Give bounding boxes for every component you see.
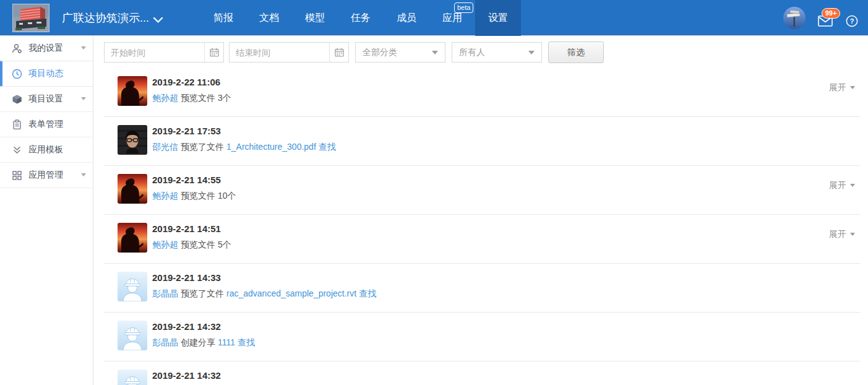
action-text: 预览文件 5个 bbox=[181, 240, 231, 249]
end-time-field bbox=[229, 42, 349, 63]
user-link[interactable]: 邵光信 bbox=[152, 142, 178, 152]
sidebar-item-form-management[interactable]: 表单管理 bbox=[0, 112, 93, 137]
worker-avatar bbox=[118, 321, 147, 350]
calendar-icon[interactable] bbox=[329, 43, 348, 62]
nav-tab-apps[interactable]: 应用 beta bbox=[429, 0, 475, 36]
activity-row: 2019-2-21 17:53 邵光信预览了文件1_Architecture_3… bbox=[93, 117, 868, 166]
sidebar-item-project-settings[interactable]: 项目设置 bbox=[0, 87, 93, 112]
share-link[interactable]: 1111 bbox=[218, 337, 235, 347]
nav-tab-label: 设置 bbox=[488, 12, 508, 23]
action-text: 预览文件 3个 bbox=[181, 93, 231, 103]
sidebar-item-project-activity[interactable]: 项目动态 bbox=[0, 61, 93, 87]
activity-timestamp: 2019-2-21 14:32 bbox=[152, 320, 868, 333]
filter-bar: 全部分类 所有人 筛选 bbox=[93, 36, 868, 68]
activity-timestamp: 2019-2-22 11:06 bbox=[152, 76, 868, 89]
activity-timestamp: 2019-2-21 14:55 bbox=[152, 173, 868, 186]
category-select-value: 全部分类 bbox=[363, 47, 397, 58]
user-link[interactable]: 鲍孙超 bbox=[152, 191, 178, 201]
chevron-down-icon bbox=[850, 184, 855, 187]
expand-toggle[interactable]: 展开 bbox=[829, 229, 855, 240]
account-avatar[interactable] bbox=[783, 7, 806, 29]
chevron-down-icon bbox=[528, 51, 535, 54]
main-content: 全部分类 所有人 筛选 2019-2-22 11:06 鲍孙超预览文件 3个 展… bbox=[93, 36, 868, 385]
action-text: 预览了文件 bbox=[181, 288, 224, 298]
svg-text:?: ? bbox=[850, 17, 854, 25]
nav-tab-models[interactable]: 模型 bbox=[292, 0, 338, 36]
activity-description: 鲍孙超预览文件 5个 bbox=[152, 238, 868, 251]
nav-tab-tasks[interactable]: 任务 bbox=[338, 0, 384, 36]
nav-tab-settings[interactable]: 设置 bbox=[475, 0, 521, 36]
notification-badge: 99+ bbox=[822, 8, 840, 19]
settings-sidebar: 我的设置 项目动态 项目设置 表单管理 应用模板 应用管理 bbox=[0, 36, 93, 385]
sunset-avatar bbox=[118, 76, 147, 106]
person-select[interactable]: 所有人 bbox=[452, 42, 542, 63]
find-link[interactable]: 查找 bbox=[359, 288, 376, 298]
expand-toggle[interactable]: 展开 bbox=[829, 82, 855, 93]
activity-row: 2019-2-21 14:32 彭晶晶创建分享1111查找 bbox=[93, 313, 868, 361]
filter-button[interactable]: 筛选 bbox=[548, 41, 604, 63]
expand-toggle[interactable]: 展开 bbox=[829, 180, 855, 191]
activity-timestamp: 2019-2-21 14:51 bbox=[152, 222, 868, 235]
sidebar-item-app-templates[interactable]: 应用模板 bbox=[0, 137, 93, 163]
person-select-value: 所有人 bbox=[459, 47, 485, 58]
sidebar-item-label: 表单管理 bbox=[28, 119, 63, 130]
sidebar-item-label: 项目动态 bbox=[28, 68, 63, 79]
chevron-down-icon bbox=[81, 97, 86, 100]
nav-tab-label: 任务 bbox=[351, 12, 371, 23]
nav-tab-documents[interactable]: 文档 bbox=[246, 0, 292, 36]
project-logo[interactable] bbox=[12, 4, 49, 32]
activity-row: 2019-2-21 14:32 bbox=[93, 361, 868, 385]
find-link[interactable]: 查找 bbox=[238, 337, 255, 347]
activity-timestamp: 2019-2-21 14:32 bbox=[152, 369, 868, 382]
user-link[interactable]: 鲍孙超 bbox=[152, 240, 178, 249]
expand-label: 展开 bbox=[829, 82, 846, 92]
action-text: 预览了文件 bbox=[181, 142, 224, 152]
expand-label: 展开 bbox=[829, 229, 846, 239]
chevron-down-icon bbox=[432, 51, 438, 54]
start-time-input[interactable] bbox=[105, 43, 204, 62]
calendar-icon[interactable] bbox=[204, 43, 223, 62]
activity-description: 彭晶晶预览了文件rac_advanced_sample_project.rvt查… bbox=[152, 287, 868, 300]
double-chevron-icon bbox=[12, 145, 22, 155]
portrait-avatar bbox=[118, 125, 147, 155]
activity-description: 鲍孙超预览文件 10个 bbox=[152, 189, 868, 202]
beta-badge: beta bbox=[454, 2, 473, 13]
user-gear-icon bbox=[12, 43, 22, 54]
nav-tab-label: 成员 bbox=[397, 12, 416, 23]
top-nav: 简报 文档 模型 任务 成员 应用 beta 设置 bbox=[200, 0, 521, 36]
help-icon[interactable]: ? bbox=[846, 15, 858, 27]
cube-icon bbox=[12, 94, 22, 105]
end-time-input[interactable] bbox=[230, 43, 329, 62]
activity-row: 2019-2-21 14:33 彭晶晶预览了文件rac_advanced_sam… bbox=[93, 264, 868, 313]
file-link[interactable]: rac_advanced_sample_project.rvt bbox=[226, 288, 356, 298]
find-link[interactable]: 查找 bbox=[319, 142, 336, 152]
file-link[interactable]: 1_Architecture_300.pdf bbox=[226, 142, 316, 152]
sunset-avatar bbox=[118, 174, 147, 204]
project-title[interactable]: 广联达协筑演示... bbox=[62, 0, 149, 36]
chevron-down-icon bbox=[850, 86, 855, 89]
sidebar-item-label: 项目设置 bbox=[28, 93, 63, 105]
sidebar-item-app-management[interactable]: 应用管理 bbox=[0, 163, 93, 188]
chevron-down-icon bbox=[81, 46, 86, 50]
nav-tab-briefing[interactable]: 简报 bbox=[200, 0, 246, 36]
category-select[interactable]: 全部分类 bbox=[355, 42, 445, 63]
chevron-down-icon bbox=[850, 233, 855, 236]
clock-icon bbox=[12, 69, 22, 79]
expand-label: 展开 bbox=[829, 180, 846, 190]
user-link[interactable]: 鲍孙超 bbox=[152, 93, 178, 103]
activity-description: 鲍孙超预览文件 3个 bbox=[152, 92, 868, 104]
activity-list: 2019-2-22 11:06 鲍孙超预览文件 3个 展开 2019-2-21 … bbox=[93, 68, 868, 385]
nav-tab-members[interactable]: 成员 bbox=[384, 0, 429, 36]
worker-avatar bbox=[118, 272, 147, 301]
sidebar-item-my-settings[interactable]: 我的设置 bbox=[0, 36, 93, 61]
sidebar-item-label: 应用模板 bbox=[28, 144, 63, 155]
user-link[interactable]: 彭晶晶 bbox=[152, 337, 178, 347]
chevron-down-icon[interactable] bbox=[153, 15, 163, 26]
sidebar-item-label: 我的设置 bbox=[28, 43, 63, 54]
grid-icon bbox=[12, 170, 22, 181]
nav-tab-label: 应用 bbox=[442, 12, 462, 23]
action-text: 预览文件 10个 bbox=[181, 191, 236, 201]
activity-description: 邵光信预览了文件1_Architecture_300.pdf查找 bbox=[152, 141, 868, 153]
user-link[interactable]: 彭晶晶 bbox=[152, 288, 178, 298]
activity-row: 2019-2-21 14:55 鲍孙超预览文件 10个 展开 bbox=[93, 166, 868, 215]
